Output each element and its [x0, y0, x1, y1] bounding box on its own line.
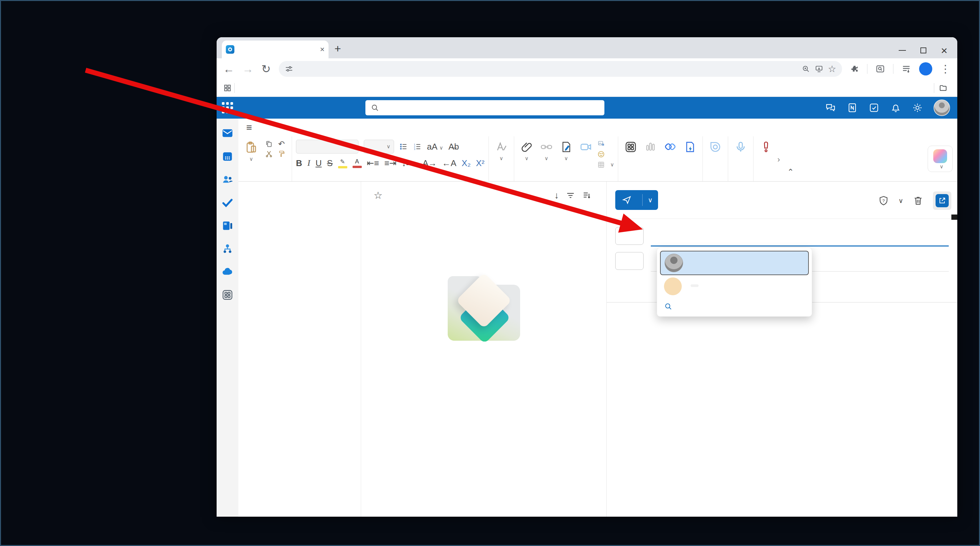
font-color-icon[interactable]: A: [353, 158, 362, 168]
send-options-chevron-icon[interactable]: ∨: [643, 196, 658, 204]
pictures-button[interactable]: [597, 140, 614, 148]
more-apps-icon[interactable]: [221, 289, 234, 301]
close-window-button[interactable]: ×: [941, 47, 947, 54]
strikethrough-icon[interactable]: S: [327, 158, 332, 168]
ribbon-commands: ∨ ↶: [238, 136, 957, 182]
svg-text:3: 3: [414, 148, 415, 150]
all-bookmarks-button[interactable]: [939, 84, 951, 92]
browser-menu-icon[interactable]: ⋮: [940, 62, 951, 75]
zoom-icon[interactable]: [802, 65, 810, 73]
open-in-new-window-button[interactable]: [933, 192, 951, 210]
bullet-list-icon[interactable]: [399, 142, 408, 151]
account-avatar[interactable]: [934, 99, 950, 116]
filter-icon[interactable]: [566, 190, 576, 200]
cut-icon[interactable]: [265, 150, 273, 158]
browser-tab[interactable]: ×: [222, 40, 329, 58]
paste-button[interactable]: ∨: [242, 139, 260, 162]
to-button[interactable]: [615, 227, 644, 245]
site-settings-icon[interactable]: [285, 65, 293, 73]
minimize-button[interactable]: [899, 50, 906, 51]
reload-button[interactable]: ↻: [261, 62, 271, 75]
link-button[interactable]: ∨: [538, 139, 555, 161]
app-launcher-waffle-icon[interactable]: [216, 102, 238, 113]
todo-icon[interactable]: [869, 102, 880, 113]
polls-button[interactable]: [642, 139, 659, 156]
onenote-feed-icon[interactable]: [847, 102, 858, 113]
copy-icon[interactable]: [265, 140, 273, 148]
reading-list-icon[interactable]: [901, 64, 911, 74]
people-app-icon[interactable]: [221, 173, 234, 186]
tab-close-icon[interactable]: ×: [320, 45, 325, 54]
change-case-icon[interactable]: aA ∨: [427, 142, 443, 152]
cc-button[interactable]: [615, 252, 644, 270]
underline-icon[interactable]: U: [315, 158, 321, 168]
favorite-star-icon[interactable]: ☆: [374, 190, 382, 201]
high-importance-button[interactable]: [757, 139, 775, 156]
table-button[interactable]: ∨: [597, 161, 614, 169]
install-app-icon[interactable]: [815, 65, 823, 73]
suggestion-item[interactable]: [660, 275, 809, 297]
more-commands-chevron-icon[interactable]: ›: [777, 158, 780, 161]
undo-icon[interactable]: ↶: [278, 139, 285, 148]
decrease-indent-icon[interactable]: ⇤≡: [367, 158, 379, 168]
teams-chat-icon[interactable]: [825, 102, 836, 113]
side-panel-search-icon[interactable]: [875, 64, 885, 74]
apps-shortcut-icon[interactable]: [223, 84, 232, 92]
forward-button[interactable]: →: [242, 62, 253, 75]
message-options-shield-icon[interactable]: ?: [878, 195, 889, 206]
collapse-ribbon-icon[interactable]: ⌃: [787, 168, 794, 177]
org-explorer-app-icon[interactable]: [221, 243, 234, 255]
viva-insights-button[interactable]: [662, 139, 679, 156]
emoji-button[interactable]: [597, 150, 614, 158]
font-name-combo[interactable]: ∨: [296, 140, 358, 153]
settings-gear-icon[interactable]: [912, 102, 923, 113]
outlook-search-box[interactable]: [365, 100, 605, 115]
font-size-combo[interactable]: ∨: [364, 140, 394, 153]
show-more-results-button[interactable]: [660, 297, 809, 313]
bold-icon[interactable]: B: [296, 158, 302, 168]
send-button[interactable]: ∨: [615, 190, 658, 210]
apps-button[interactable]: [622, 139, 639, 156]
loop-components-button[interactable]: [707, 139, 724, 156]
highlight-icon[interactable]: ✎: [338, 158, 347, 168]
suggestion-item-selected[interactable]: [660, 251, 809, 275]
extensions-icon[interactable]: [850, 64, 859, 73]
record-button[interactable]: [578, 139, 595, 156]
mail-app-icon[interactable]: [221, 126, 234, 140]
window-controls: ×: [899, 47, 957, 58]
increase-indent-icon[interactable]: ≡⇥: [385, 158, 397, 168]
attach-file-button[interactable]: ∨: [518, 139, 535, 161]
format-painter-icon[interactable]: [277, 150, 285, 158]
calendar-app-icon[interactable]: [221, 150, 234, 163]
browser-profile-avatar[interactable]: [919, 62, 932, 75]
bookmark-star-icon[interactable]: ☆: [828, 64, 836, 75]
sort-options-icon[interactable]: [582, 190, 592, 200]
signature-button[interactable]: ∨: [558, 139, 575, 161]
clear-formatting-icon[interactable]: A̶b: [449, 142, 459, 152]
notifications-bell-icon[interactable]: [890, 102, 901, 113]
hamburger-menu-icon[interactable]: ≡: [246, 122, 252, 133]
styles-button[interactable]: ∨: [493, 139, 510, 161]
rtl-icon[interactable]: ←A: [442, 158, 456, 168]
copilot-button[interactable]: ∨: [928, 146, 953, 172]
dictate-button[interactable]: [732, 139, 749, 156]
new-tab-button[interactable]: +: [334, 42, 341, 55]
sort-direction-icon[interactable]: ↓: [554, 190, 559, 201]
onedrive-app-icon[interactable]: [221, 266, 234, 278]
basic-text-group: ∨ ∨ 123 aA ∨ A̶b: [292, 136, 489, 181]
my-templates-button[interactable]: [681, 139, 698, 156]
back-button[interactable]: ←: [223, 62, 234, 75]
message-list-pane: ☆ ↓: [361, 182, 607, 517]
line-spacing-icon[interactable]: ↕≡ ∨: [402, 158, 417, 168]
newsletters-app-icon[interactable]: [221, 219, 234, 232]
discard-trash-icon[interactable]: [913, 195, 924, 206]
address-bar[interactable]: ☆: [279, 61, 842, 77]
numbered-list-icon[interactable]: 123: [413, 142, 422, 151]
ltr-icon[interactable]: A→: [423, 158, 437, 168]
todo-app-icon[interactable]: [221, 196, 234, 209]
maximize-button[interactable]: [920, 48, 926, 53]
chevron-down-icon[interactable]: ∨: [898, 197, 903, 204]
italic-icon[interactable]: I: [307, 158, 310, 168]
subscript-icon[interactable]: X₂: [461, 158, 471, 168]
superscript-icon[interactable]: X²: [476, 158, 485, 168]
